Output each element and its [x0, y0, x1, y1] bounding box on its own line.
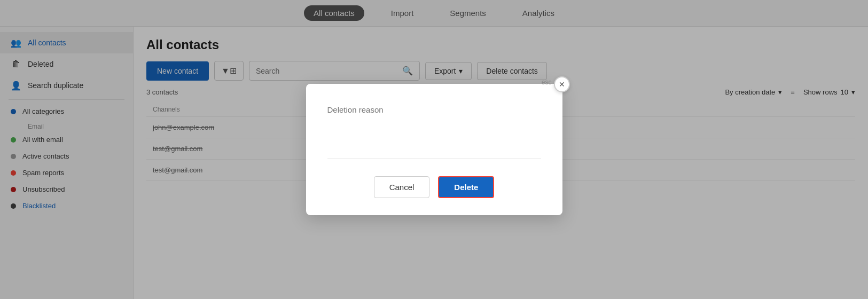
deletion-reason-input[interactable] [327, 105, 541, 148]
deletion-modal: ✕ esc Cancel Delete [306, 84, 562, 215]
modal-overlay: ✕ esc Cancel Delete [0, 0, 868, 299]
modal-actions: Cancel Delete [327, 176, 541, 198]
modal-close-esc-label: esc [542, 78, 552, 86]
modal-divider [327, 159, 541, 159]
modal-close-button[interactable]: ✕ [554, 76, 570, 92]
cancel-button[interactable]: Cancel [374, 176, 430, 198]
delete-button[interactable]: Delete [438, 176, 494, 198]
